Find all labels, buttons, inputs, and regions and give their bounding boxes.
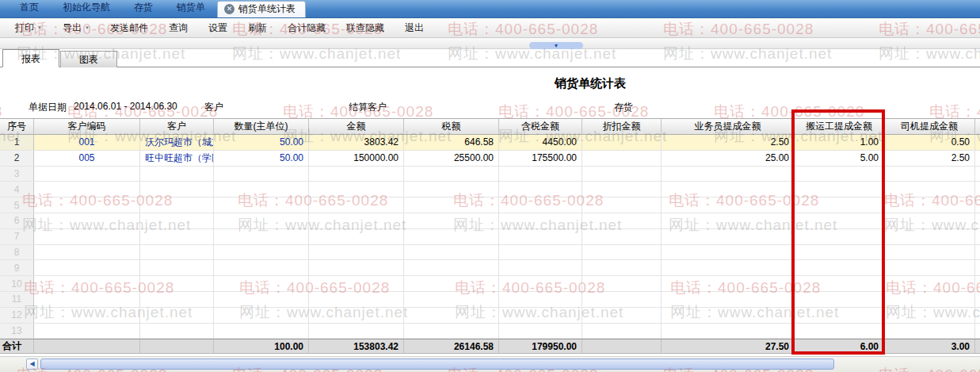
cell-tax-included-amount bbox=[499, 229, 582, 244]
cell-driver-commission bbox=[884, 324, 975, 339]
cell-customer-code bbox=[34, 276, 140, 291]
cell-amount: 153803.42 bbox=[309, 339, 404, 353]
export-button-label: 导出 bbox=[63, 21, 82, 35]
settings-button-label: 设置 bbox=[208, 21, 227, 35]
column-header-porter-commission[interactable]: 搬运工提成金额 bbox=[795, 119, 884, 134]
cell-customer-code bbox=[34, 260, 140, 275]
table-row-empty[interactable]: 11 bbox=[0, 292, 980, 308]
tab-chart[interactable]: 图表 bbox=[60, 51, 117, 67]
table-row-empty[interactable]: 5 bbox=[0, 198, 980, 213]
table-row-empty[interactable]: 7 bbox=[0, 229, 980, 245]
cell-amount bbox=[309, 260, 404, 275]
query-button[interactable]: 查询 bbox=[158, 18, 198, 37]
column-header-customer-code[interactable]: 客户编码 bbox=[34, 119, 140, 134]
cell-customer-code: 001 bbox=[34, 135, 140, 150]
filter-customer-label: 客户 bbox=[204, 101, 223, 114]
cell-porter-commission bbox=[795, 260, 884, 275]
cell-salesman-commission bbox=[662, 308, 795, 323]
cell-salesman-commission bbox=[662, 198, 795, 213]
cell-quantity bbox=[214, 182, 309, 197]
cell-customer-code: 005 bbox=[34, 151, 140, 166]
cell-porter-commission bbox=[795, 276, 884, 291]
cell-salesman-commission bbox=[662, 167, 795, 182]
column-header-next-clipped[interactable]: 是 bbox=[975, 119, 980, 134]
cell-seq: 3 bbox=[0, 167, 34, 182]
chevron-down-icon: ▼ bbox=[554, 43, 559, 48]
cell-salesman-commission: 2.50 bbox=[662, 135, 795, 150]
export-button[interactable]: 导出▼ bbox=[52, 18, 100, 37]
cell-quantity bbox=[214, 213, 309, 228]
cell-driver-commission bbox=[884, 308, 975, 323]
column-header-amount[interactable]: 金额 bbox=[309, 119, 404, 134]
table-row-empty[interactable]: 3 bbox=[0, 167, 980, 182]
cell-tax-included-amount bbox=[499, 198, 582, 213]
exit-button[interactable]: 退出 bbox=[395, 18, 434, 37]
print-button[interactable]: 打印▼ bbox=[5, 18, 52, 37]
cell-customer-code bbox=[34, 292, 140, 307]
cell-tax-included-amount bbox=[499, 245, 582, 260]
tab-sales-order[interactable]: 销货单 bbox=[165, 0, 217, 17]
cell-porter-commission bbox=[795, 198, 884, 213]
table-row[interactable]: 2005旺中旺超市（学院...50.00150000.0025500.00175… bbox=[0, 151, 980, 167]
table-total-row: 合计100.00153803.4226146.58179950.0027.506… bbox=[0, 339, 980, 354]
settings-button[interactable]: 设置 bbox=[198, 18, 238, 37]
horizontal-scrollbar[interactable]: ◀ bbox=[0, 356, 980, 372]
cell-discount-amount bbox=[582, 324, 662, 339]
cell-quantity bbox=[214, 324, 309, 339]
cell-salesman-commission bbox=[662, 324, 795, 339]
hide-total-button[interactable]: 合计隐藏 bbox=[277, 18, 336, 37]
column-header-salesman-commission[interactable]: 业务员提成金额 bbox=[662, 119, 795, 134]
cell-quantity bbox=[214, 260, 309, 275]
cell-next-clipped bbox=[975, 135, 980, 150]
cell-tax bbox=[404, 213, 499, 228]
column-header-quantity[interactable]: 数量(主单位) bbox=[214, 119, 309, 134]
cell-customer bbox=[140, 324, 214, 339]
table-row-empty[interactable]: 12 bbox=[0, 308, 980, 324]
column-header-seq[interactable]: 序号 bbox=[0, 119, 34, 134]
sales-statistics-table: 序号客户编码客户数量(主单位)金额税额含税金额折扣金额业务员提成金额搬运工提成金… bbox=[0, 118, 980, 354]
refresh-button[interactable]: 刷新 bbox=[238, 18, 277, 37]
table-row[interactable]: 1001沃尔玛超市（城东...50.003803.42646.584450.00… bbox=[0, 135, 980, 151]
tab-sales-statistics[interactable]: ✕销货单统计表 bbox=[217, 1, 306, 17]
cell-salesman-commission bbox=[662, 260, 795, 275]
scroll-left-button[interactable]: ◀ bbox=[26, 359, 38, 370]
cell-next-clipped bbox=[975, 339, 980, 353]
query-button-label: 查询 bbox=[169, 21, 188, 35]
toolbar: 打印▼导出▼发送邮件查询设置刷新合计隐藏联查隐藏退出 bbox=[0, 18, 980, 38]
table-row-empty[interactable]: 13 bbox=[0, 324, 980, 339]
table-row-empty[interactable]: 10 bbox=[0, 276, 980, 292]
filter-document-date-label: 单据日期 bbox=[29, 101, 67, 114]
cell-seq: 6 bbox=[0, 213, 34, 228]
cell-customer-code bbox=[34, 324, 140, 339]
send-email-button[interactable]: 发送邮件 bbox=[100, 18, 158, 37]
cell-customer: 沃尔玛超市（城东... bbox=[140, 135, 214, 150]
column-header-discount-amount[interactable]: 折扣金额 bbox=[582, 119, 662, 134]
cell-tax bbox=[404, 229, 499, 244]
tab-home[interactable]: 首页 bbox=[8, 0, 51, 17]
cell-porter-commission bbox=[795, 182, 884, 197]
scroll-thumb[interactable] bbox=[40, 359, 834, 370]
cell-amount bbox=[309, 324, 404, 339]
tab-report[interactable]: 报表 bbox=[2, 49, 59, 67]
close-icon[interactable]: ✕ bbox=[224, 4, 235, 14]
table-row-empty[interactable]: 4 bbox=[0, 182, 980, 198]
column-header-customer[interactable]: 客户 bbox=[140, 119, 214, 134]
collapse-panel-button[interactable]: ▼ bbox=[529, 42, 583, 49]
tab-init-navigation[interactable]: 初始化导航 bbox=[51, 0, 122, 17]
column-header-driver-commission[interactable]: 司机提成金额 bbox=[884, 119, 975, 134]
column-header-tax[interactable]: 税额 bbox=[404, 119, 499, 134]
table-row-empty[interactable]: 6 bbox=[0, 213, 980, 229]
hide-linked-query-button[interactable]: 联查隐藏 bbox=[336, 18, 395, 37]
tab-inventory[interactable]: 存货 bbox=[122, 0, 165, 17]
filter-document-date: 单据日期2014.06.01 - 2014.06.30 bbox=[29, 101, 177, 114]
column-header-tax-included-amount[interactable]: 含税金额 bbox=[499, 119, 582, 134]
table-row-empty[interactable]: 8 bbox=[0, 245, 980, 261]
cell-driver-commission: 0.50 bbox=[884, 135, 975, 150]
cell-discount-amount bbox=[582, 213, 662, 228]
table-row-empty[interactable]: 9 bbox=[0, 260, 980, 276]
cell-tax-included-amount bbox=[499, 213, 582, 228]
print-button-label: 打印 bbox=[15, 21, 34, 35]
collapse-strip: ▼ bbox=[0, 38, 980, 49]
cell-quantity bbox=[214, 198, 309, 213]
cell-amount bbox=[309, 292, 404, 307]
